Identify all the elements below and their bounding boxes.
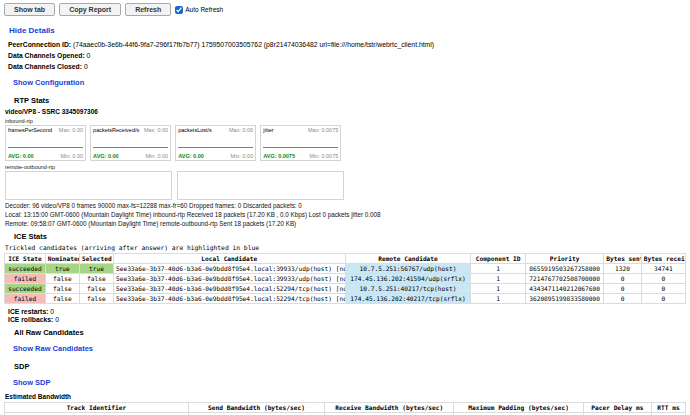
col-bytes-received: Bytes received: [641,254,685,264]
auto-refresh-label: Auto Refresh [185,6,223,13]
sparkline-packetslost: packetsLost/sMax: 0.00 AVG: 0.00Min: 0.0… [175,125,256,161]
col-pacer-delay: Pacer Delay ms [583,403,651,413]
empty-graph-box [5,171,172,200]
sparkline-plot [93,147,168,148]
data-channels-opened-label: Data Channels Opened: [8,52,85,59]
empty-graph-box [177,171,344,200]
col-rtt: RTT ms [651,403,685,413]
nominated-cell: false [45,284,79,294]
col-maximum-padding: Maximum Padding (bytes/sec) [454,403,583,413]
ice-rollbacks: ICE rollbacks: 0 [8,316,686,323]
sparkline-title: framesPerSecond [8,127,52,133]
estimated-bandwidth-table: Track Identifier Send Bandwidth (bytes/s… [4,402,686,415]
show-sdp-link[interactable]: Show SDP [13,378,51,387]
bytes-received-cell: 0 [641,284,685,294]
show-raw-candidates-link[interactable]: Show Raw Candidates [13,344,93,353]
col-remote-candidate: Remote Candidate [345,254,471,264]
sparkline-title: jitter [263,127,273,133]
sdp-title: SDP [14,362,686,371]
copy-report-button[interactable]: Copy Report [59,3,121,16]
data-channels-closed-label: Data Channels Closed: [8,63,82,70]
data-channels-closed-value: 0 [82,63,88,70]
sparkline-max: Max: 0.00 [229,127,253,133]
selected-cell: false [79,274,113,284]
priority-cell: 7214767702508700000 [525,274,603,284]
bytes-received-cell: 0 [641,274,685,284]
ice-restarts-value: 0 [48,308,54,315]
ice-rollbacks-label: ICE rollbacks: [8,316,53,323]
nominated-cell: true [45,264,79,274]
ice-restarts: ICE restarts: 0 [8,308,686,315]
bytes-sent-cell: 0 [604,284,641,294]
hide-details-link[interactable]: Hide Details [9,26,55,35]
ice-candidate-row: failed false false 5ee33a6e-3b37-40d6-b3… [5,274,686,284]
bytes-sent-cell: 0 [604,274,641,284]
sparkline-max: Max: 0.00 [59,127,83,133]
sparkline-avg: AVG: 0.00 [93,153,119,159]
refresh-button[interactable]: Refresh [125,3,171,16]
inbound-rtp-sparklines: framesPerSecondMax: 0.00 AVG: 0.00Min: 0… [5,125,686,161]
local-candidate-cell: 5ee33a6e-3b37-40d6-b3a6-0e9bdd8f95e4.loc… [113,284,345,294]
bytes-sent-cell: 1320 [604,264,641,274]
sparkline-max: Max: 0.0075 [308,127,338,133]
ice-state-cell: failed [5,294,46,304]
toolbar: Show tab Copy Report Refresh Auto Refres… [4,3,686,16]
remote-candidate-cell: 174.45.136.202:41594/udp(srflx) [345,274,471,284]
ice-candidate-table: ICE State Nominated Selected Local Candi… [4,253,686,304]
ice-state-cell: failed [5,274,46,284]
remote-candidate-cell: 174.45.136.202:40217/tcp(srflx) [345,294,471,304]
nominated-cell: false [45,274,79,284]
local-candidate-cell: 5ee33a6e-3b37-40d6-b3a6-0e9bdd8f95e4.loc… [113,294,345,304]
priority-cell: 3620895199833580000 [525,294,603,304]
bandwidth-header-row: Track Identifier Send Bandwidth (bytes/s… [5,403,686,413]
sparkline-plot [8,147,83,148]
col-component-id: Component ID [471,254,525,264]
peerconnection-id: PeerConnection ID: (74aaec0b-3e6b-44f6-9… [8,41,686,48]
component-id-cell: 1 [471,294,525,304]
remote-candidate-cell: 10.7.5.251:56767/udp(host) [345,264,471,274]
sparkline-title: packetsReceived/s [93,127,139,133]
rtp-stream-title: video/VP8 - SSRC 3345097306 [5,108,686,115]
selected-cell: true [79,264,113,274]
trickled-candidates-note: Trickled candidates (arriving after answ… [5,244,686,251]
sparkline-packetsreceived: packetsReceived/sMax: 0.00 AVG: 0.00Min:… [90,125,171,161]
ice-state-cell: succeeded [5,264,46,274]
bytes-sent-cell: 0 [604,294,641,304]
sparkline-avg: AVG: 0.0075 [263,153,295,159]
remote-stat-line: Remote: 09:58:07 GMT-0600 (Mountain Dayl… [5,220,686,227]
component-id-cell: 1 [471,284,525,294]
col-ice-state: ICE State [5,254,46,264]
selected-cell: false [79,294,113,304]
ice-stats-title: ICE Stats [14,232,686,241]
sparkline-min: Min: 0.00 [60,153,83,159]
selected-cell: false [79,284,113,294]
col-bytes-sent: Bytes sent: [604,254,641,264]
ice-candidate-row: failed false false 5ee33a6e-3b37-40d6-b3… [5,294,686,304]
component-id-cell: 1 [471,274,525,284]
sparkline-min: Min: 0.0075 [310,153,339,159]
local-candidate-cell: 5ee33a6e-3b37-40d6-b3a6-0e9bdd8f95e4.loc… [113,264,345,274]
bytes-received-cell: 34741 [641,264,685,274]
priority-cell: 4343471140212067600 [525,284,603,294]
auto-refresh-checkbox[interactable] [175,6,183,14]
component-id-cell: 1 [471,264,525,274]
estimated-bandwidth-title: Estimated Bandwidth [5,393,686,400]
peerconnection-id-label: PeerConnection ID: [8,41,71,48]
show-tab-button[interactable]: Show tab [4,3,55,16]
all-raw-candidates-title: All Raw Candidates [14,328,686,337]
col-nominated: Nominated [45,254,79,264]
auto-refresh-toggle: Auto Refresh [175,6,223,14]
data-channels-opened: Data Channels Opened: 0 [8,52,686,59]
show-configuration-link[interactable]: Show Configuration [13,78,84,87]
inbound-rtp-label: inbound-rtp [5,118,686,124]
decoder-stat-line: Decoder: 96 video/VP8 0 frames 90000 max… [5,202,686,209]
local-candidate-cell: 5ee33a6e-3b37-40d6-b3a6-0e9bdd8f95e4.loc… [113,274,345,284]
sparkline-avg: AVG: 0.00 [178,153,204,159]
ice-state-cell: succeeded [5,284,46,294]
col-priority: Priority [525,254,603,264]
sparkline-jitter: jitterMax: 0.0075 AVG: 0.0075Min: 0.0075 [260,125,341,161]
local-stat-line: Local: 13:15:00 GMT-0600 (Mountain Dayli… [5,211,686,218]
sparkline-plot [263,147,338,148]
sparkline-avg: AVG: 0.00 [8,153,34,159]
nominated-cell: false [45,294,79,304]
